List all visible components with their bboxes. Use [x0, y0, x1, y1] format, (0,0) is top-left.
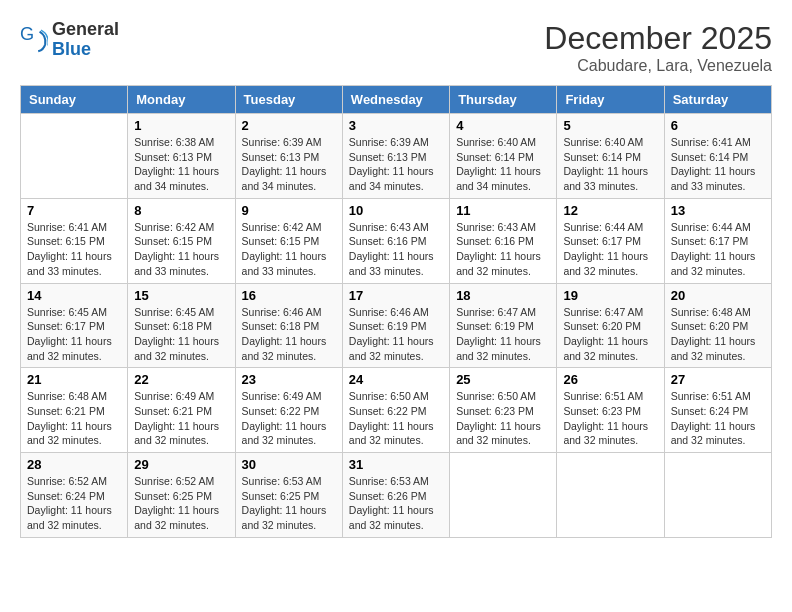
calendar-day-cell: 18 Sunrise: 6:47 AMSunset: 6:19 PMDaylig…	[450, 283, 557, 368]
calendar-day-cell: 13 Sunrise: 6:44 AMSunset: 6:17 PMDaylig…	[664, 198, 771, 283]
day-detail: Sunrise: 6:53 AMSunset: 6:26 PMDaylight:…	[349, 475, 434, 531]
day-detail: Sunrise: 6:51 AMSunset: 6:24 PMDaylight:…	[671, 390, 756, 446]
weekday-header-cell: Tuesday	[235, 86, 342, 114]
day-detail: Sunrise: 6:41 AMSunset: 6:15 PMDaylight:…	[27, 221, 112, 277]
day-number: 3	[349, 118, 443, 133]
svg-text:G: G	[20, 26, 34, 44]
calendar-day-cell: 1 Sunrise: 6:38 AMSunset: 6:13 PMDayligh…	[128, 114, 235, 199]
calendar-day-cell: 4 Sunrise: 6:40 AMSunset: 6:14 PMDayligh…	[450, 114, 557, 199]
location-subtitle: Cabudare, Lara, Venezuela	[544, 57, 772, 75]
day-number: 6	[671, 118, 765, 133]
day-detail: Sunrise: 6:38 AMSunset: 6:13 PMDaylight:…	[134, 136, 219, 192]
calendar-day-cell: 25 Sunrise: 6:50 AMSunset: 6:23 PMDaylig…	[450, 368, 557, 453]
day-number: 14	[27, 288, 121, 303]
calendar-table: SundayMondayTuesdayWednesdayThursdayFrid…	[20, 85, 772, 538]
weekday-header-cell: Wednesday	[342, 86, 449, 114]
day-number: 19	[563, 288, 657, 303]
day-number: 5	[563, 118, 657, 133]
day-number: 30	[242, 457, 336, 472]
logo-general: General	[52, 20, 119, 40]
calendar-body: 1 Sunrise: 6:38 AMSunset: 6:13 PMDayligh…	[21, 114, 772, 538]
logo-icon: G	[20, 26, 48, 54]
calendar-day-cell: 21 Sunrise: 6:48 AMSunset: 6:21 PMDaylig…	[21, 368, 128, 453]
day-number: 21	[27, 372, 121, 387]
weekday-header-cell: Friday	[557, 86, 664, 114]
day-detail: Sunrise: 6:43 AMSunset: 6:16 PMDaylight:…	[349, 221, 434, 277]
weekday-header-cell: Monday	[128, 86, 235, 114]
day-number: 2	[242, 118, 336, 133]
calendar-day-cell: 5 Sunrise: 6:40 AMSunset: 6:14 PMDayligh…	[557, 114, 664, 199]
calendar-week-row: 14 Sunrise: 6:45 AMSunset: 6:17 PMDaylig…	[21, 283, 772, 368]
day-detail: Sunrise: 6:49 AMSunset: 6:21 PMDaylight:…	[134, 390, 219, 446]
calendar-day-cell: 7 Sunrise: 6:41 AMSunset: 6:15 PMDayligh…	[21, 198, 128, 283]
calendar-week-row: 1 Sunrise: 6:38 AMSunset: 6:13 PMDayligh…	[21, 114, 772, 199]
day-detail: Sunrise: 6:48 AMSunset: 6:21 PMDaylight:…	[27, 390, 112, 446]
day-number: 4	[456, 118, 550, 133]
calendar-day-cell	[664, 453, 771, 538]
calendar-day-cell: 17 Sunrise: 6:46 AMSunset: 6:19 PMDaylig…	[342, 283, 449, 368]
day-detail: Sunrise: 6:44 AMSunset: 6:17 PMDaylight:…	[671, 221, 756, 277]
weekday-header-cell: Sunday	[21, 86, 128, 114]
calendar-day-cell	[557, 453, 664, 538]
calendar-day-cell: 8 Sunrise: 6:42 AMSunset: 6:15 PMDayligh…	[128, 198, 235, 283]
day-number: 11	[456, 203, 550, 218]
weekday-header-row: SundayMondayTuesdayWednesdayThursdayFrid…	[21, 86, 772, 114]
day-number: 22	[134, 372, 228, 387]
calendar-day-cell: 3 Sunrise: 6:39 AMSunset: 6:13 PMDayligh…	[342, 114, 449, 199]
page-header: G General Blue December 2025 Cabudare, L…	[20, 20, 772, 75]
day-detail: Sunrise: 6:39 AMSunset: 6:13 PMDaylight:…	[349, 136, 434, 192]
calendar-day-cell: 15 Sunrise: 6:45 AMSunset: 6:18 PMDaylig…	[128, 283, 235, 368]
day-detail: Sunrise: 6:39 AMSunset: 6:13 PMDaylight:…	[242, 136, 327, 192]
day-number: 10	[349, 203, 443, 218]
day-number: 25	[456, 372, 550, 387]
day-detail: Sunrise: 6:40 AMSunset: 6:14 PMDaylight:…	[456, 136, 541, 192]
calendar-day-cell: 9 Sunrise: 6:42 AMSunset: 6:15 PMDayligh…	[235, 198, 342, 283]
day-detail: Sunrise: 6:49 AMSunset: 6:22 PMDaylight:…	[242, 390, 327, 446]
day-detail: Sunrise: 6:47 AMSunset: 6:19 PMDaylight:…	[456, 306, 541, 362]
logo-blue: Blue	[52, 40, 119, 60]
calendar-day-cell: 22 Sunrise: 6:49 AMSunset: 6:21 PMDaylig…	[128, 368, 235, 453]
calendar-week-row: 7 Sunrise: 6:41 AMSunset: 6:15 PMDayligh…	[21, 198, 772, 283]
calendar-day-cell: 2 Sunrise: 6:39 AMSunset: 6:13 PMDayligh…	[235, 114, 342, 199]
day-detail: Sunrise: 6:44 AMSunset: 6:17 PMDaylight:…	[563, 221, 648, 277]
day-number: 24	[349, 372, 443, 387]
calendar-day-cell: 23 Sunrise: 6:49 AMSunset: 6:22 PMDaylig…	[235, 368, 342, 453]
day-number: 27	[671, 372, 765, 387]
day-number: 13	[671, 203, 765, 218]
calendar-week-row: 21 Sunrise: 6:48 AMSunset: 6:21 PMDaylig…	[21, 368, 772, 453]
day-detail: Sunrise: 6:50 AMSunset: 6:22 PMDaylight:…	[349, 390, 434, 446]
day-detail: Sunrise: 6:45 AMSunset: 6:18 PMDaylight:…	[134, 306, 219, 362]
weekday-header-cell: Thursday	[450, 86, 557, 114]
day-number: 31	[349, 457, 443, 472]
day-detail: Sunrise: 6:46 AMSunset: 6:18 PMDaylight:…	[242, 306, 327, 362]
calendar-day-cell: 31 Sunrise: 6:53 AMSunset: 6:26 PMDaylig…	[342, 453, 449, 538]
day-detail: Sunrise: 6:52 AMSunset: 6:25 PMDaylight:…	[134, 475, 219, 531]
day-number: 9	[242, 203, 336, 218]
calendar-day-cell: 10 Sunrise: 6:43 AMSunset: 6:16 PMDaylig…	[342, 198, 449, 283]
day-number: 26	[563, 372, 657, 387]
calendar-day-cell: 14 Sunrise: 6:45 AMSunset: 6:17 PMDaylig…	[21, 283, 128, 368]
day-detail: Sunrise: 6:52 AMSunset: 6:24 PMDaylight:…	[27, 475, 112, 531]
month-year-title: December 2025	[544, 20, 772, 57]
day-number: 16	[242, 288, 336, 303]
day-number: 17	[349, 288, 443, 303]
day-detail: Sunrise: 6:48 AMSunset: 6:20 PMDaylight:…	[671, 306, 756, 362]
day-detail: Sunrise: 6:45 AMSunset: 6:17 PMDaylight:…	[27, 306, 112, 362]
logo-text: General Blue	[52, 20, 119, 60]
calendar-day-cell	[21, 114, 128, 199]
day-detail: Sunrise: 6:41 AMSunset: 6:14 PMDaylight:…	[671, 136, 756, 192]
day-number: 23	[242, 372, 336, 387]
calendar-day-cell: 12 Sunrise: 6:44 AMSunset: 6:17 PMDaylig…	[557, 198, 664, 283]
day-detail: Sunrise: 6:50 AMSunset: 6:23 PMDaylight:…	[456, 390, 541, 446]
day-detail: Sunrise: 6:46 AMSunset: 6:19 PMDaylight:…	[349, 306, 434, 362]
title-area: December 2025 Cabudare, Lara, Venezuela	[544, 20, 772, 75]
calendar-day-cell: 6 Sunrise: 6:41 AMSunset: 6:14 PMDayligh…	[664, 114, 771, 199]
day-detail: Sunrise: 6:43 AMSunset: 6:16 PMDaylight:…	[456, 221, 541, 277]
calendar-day-cell: 11 Sunrise: 6:43 AMSunset: 6:16 PMDaylig…	[450, 198, 557, 283]
day-detail: Sunrise: 6:53 AMSunset: 6:25 PMDaylight:…	[242, 475, 327, 531]
day-number: 18	[456, 288, 550, 303]
day-detail: Sunrise: 6:42 AMSunset: 6:15 PMDaylight:…	[242, 221, 327, 277]
weekday-header-cell: Saturday	[664, 86, 771, 114]
calendar-week-row: 28 Sunrise: 6:52 AMSunset: 6:24 PMDaylig…	[21, 453, 772, 538]
calendar-day-cell: 30 Sunrise: 6:53 AMSunset: 6:25 PMDaylig…	[235, 453, 342, 538]
